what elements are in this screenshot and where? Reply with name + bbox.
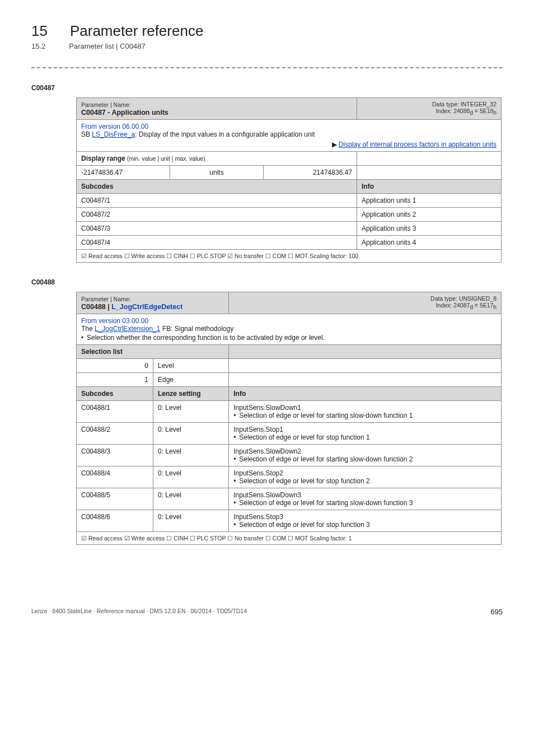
info-hdr: Info [357, 180, 502, 194]
subcode: C00487/4 [77, 236, 357, 250]
lenze-setting: 0: Level [153, 510, 229, 532]
subcodes-hdr: Subcodes [77, 387, 153, 401]
subcode-info: Application units 3 [357, 222, 502, 236]
subcode: C00488/5 [77, 488, 153, 510]
page-number: 695 [490, 608, 503, 616]
selection-val: Level [153, 359, 229, 373]
subcode-info: InputSens.SlowDown1 Selection of edge or… [229, 401, 502, 423]
subcode-info: Application units 2 [357, 208, 502, 222]
section-subheader: 15.2 Parameter list | C00487 [31, 42, 503, 50]
desc-bullet: Selection whether the corresponding func… [81, 334, 496, 342]
empty-cell [229, 345, 502, 359]
datatype-line2-mid: = 5E18 [473, 108, 494, 114]
sb-link[interactable]: LS_DisFree_a [92, 130, 135, 138]
chapter-title: Parameter reference [70, 22, 203, 40]
access-flags: ☑ Read access ☑ Write access ☐ CINH ☐ PL… [77, 532, 502, 545]
subcode: C00487/1 [77, 194, 357, 208]
info-title: InputSens.Stop1 [233, 426, 283, 433]
info-title: InputSens.Stop2 [233, 469, 283, 477]
subcode-info: Application units 1 [357, 194, 502, 208]
subcode-info: InputSens.Stop2 Selection of edge or lev… [229, 466, 502, 488]
display-range-hdr: Display range (min. value | unit | max. … [77, 152, 357, 166]
pname-cell: Parameter | Name: C00487 - Application u… [77, 98, 357, 120]
divider [31, 67, 503, 68]
selection-list-hdr: Selection list [77, 345, 229, 359]
table-c00487: Parameter | Name: C00487 - Application u… [76, 97, 502, 263]
lenze-setting: 0: Level [153, 445, 229, 466]
desc-post: FB: Signal methodology [160, 325, 233, 333]
info-bullet: Selection of edge or level for stop func… [233, 477, 496, 485]
subcode: C00487/3 [77, 222, 357, 236]
info-title: InputSens.SlowDown1 [233, 404, 301, 412]
sb-pre: SB [81, 130, 92, 138]
display-range-label: Display range [81, 155, 127, 162]
arrow-icon: ▶ [332, 141, 339, 148]
subcode-info: InputSens.SlowDown2 Selection of edge or… [229, 445, 502, 466]
empty-cell [357, 166, 502, 180]
section-title: Parameter list | C00487 [69, 42, 145, 50]
page-footer: Lenze · 8400 StateLine · Reference manua… [0, 608, 534, 627]
pname-label: Parameter | Name: [81, 296, 131, 302]
pname-link[interactable]: L_JogCtrlEdgeDetect [111, 303, 182, 311]
info-bullet: Selection of edge or level for stop func… [233, 521, 496, 529]
pname-value: C00487 - Application units [81, 109, 168, 116]
parameter-code-c00488: C00488 [31, 278, 503, 286]
subcode: C00488/6 [77, 510, 153, 532]
subcode-info: InputSens.SlowDown3 Selection of edge or… [229, 488, 502, 510]
empty-cell [229, 359, 502, 373]
pname-label: Parameter | Name: [81, 101, 131, 108]
sub-h: h [493, 110, 496, 116]
chapter-number: 15 [31, 22, 48, 40]
parameter-code-c00487: C00487 [31, 84, 503, 92]
lenze-setting: 0: Level [153, 466, 229, 488]
empty-cell [229, 373, 502, 387]
subcode-info: InputSens.Stop3 Selection of edge or lev… [229, 510, 502, 532]
info-title: InputSens.SlowDown2 [233, 447, 301, 455]
chapter-header: 15 Parameter reference [31, 22, 503, 40]
datatype-line2-pre: Index: 24088 [436, 108, 470, 114]
empty-cell [357, 152, 502, 166]
pname-pre: C00488 | [81, 303, 111, 311]
footer-left: Lenze · 8400 StateLine · Reference manua… [31, 608, 247, 616]
desc-link[interactable]: L_JogCtrlExtension_1 [95, 325, 160, 333]
info-title: InputSens.SlowDown3 [233, 491, 301, 499]
lenze-setting: 0: Level [153, 423, 229, 445]
table-c00488: Parameter | Name: C00488 | L_JogCtrlEdge… [76, 292, 502, 545]
lenze-setting: 0: Level [153, 488, 229, 510]
subcode-info: Application units 4 [357, 236, 502, 250]
range-min: -21474836.47 [77, 166, 170, 180]
info-hdr: Info [229, 387, 502, 401]
subcodes-hdr: Subcodes [77, 180, 357, 194]
description-cell: From version 03.00.00 The L_JogCtrlExten… [77, 314, 502, 345]
sub-h: h [493, 304, 496, 310]
desc-pre: The [81, 325, 95, 333]
info-bullet: Selection of edge or level for stop func… [233, 433, 496, 441]
range-unit: units [170, 166, 264, 180]
sb-post: : Display of the input values in a confi… [135, 130, 315, 138]
subcode: C00488/3 [77, 445, 153, 466]
display-internal-link[interactable]: Display of internal process factors in a… [339, 141, 496, 148]
lenze-setting: 0: Level [153, 401, 229, 423]
datatype-cell: Data type: INTEGER_32 Index: 24088d = 5E… [357, 98, 502, 120]
lenze-setting-hdr: Lenze setting [153, 387, 229, 401]
display-range-small: (min. value | unit | max. value) [127, 155, 205, 162]
subcode: C00487/2 [77, 208, 357, 222]
datatype-line2-pre: Index: 24087 [436, 302, 470, 309]
subcode-info: InputSens.Stop1 Selection of edge or lev… [229, 423, 502, 445]
from-version-link[interactable]: From version 03.00.00 [81, 317, 148, 325]
info-bullet: Selection of edge or level for starting … [233, 455, 496, 463]
datatype-line2-mid: = 5E17 [473, 302, 494, 309]
info-title: InputSens.Stop3 [233, 513, 283, 521]
description-cell: From version 06.00.00 SB LS_DisFree_a: D… [77, 120, 502, 152]
info-bullet: Selection of edge or level for starting … [233, 499, 496, 507]
datatype-cell: Data type: UNSIGNED_8 Index: 24087d = 5E… [229, 292, 502, 314]
from-version-link[interactable]: From version 06.00.00 [81, 123, 148, 130]
subcode: C00488/1 [77, 401, 153, 423]
selection-val: Edge [153, 373, 229, 387]
access-flags: ☑ Read access ☐ Write access ☐ CINH ☐ PL… [77, 250, 502, 263]
datatype-line1: Data type: INTEGER_32 [432, 101, 496, 108]
section-number: 15.2 [31, 42, 45, 50]
subcode: C00488/4 [77, 466, 153, 488]
subcode: C00488/2 [77, 423, 153, 445]
selection-num: 0 [77, 359, 153, 373]
